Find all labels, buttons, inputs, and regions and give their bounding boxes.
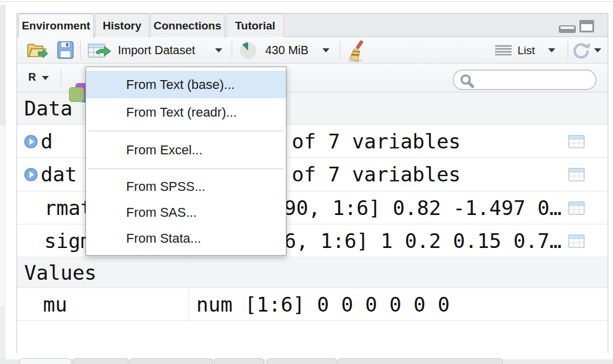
clear-objects-broom-icon[interactable] (345, 39, 368, 63)
lower-pane-tab[interactable] (214, 358, 264, 364)
memory-usage-caret-icon (322, 48, 329, 52)
rstudio-environment-pane-screenshot: Environment History Connections Tutorial (0, 0, 613, 364)
toolbar-divider (232, 41, 232, 59)
expand-icon[interactable] (24, 135, 38, 148)
toolbar-divider (340, 41, 340, 59)
open-workspace-icon[interactable] (27, 41, 49, 59)
refresh-caret-icon (594, 48, 601, 52)
menu-item-from-stata[interactable]: From Stata... (86, 226, 286, 252)
object-name: dat (41, 158, 77, 191)
menu-separator (88, 131, 284, 131)
language-selector-caret-icon (42, 76, 49, 80)
object-value: num [1:6] 0 0 0 0 0 0 (196, 288, 450, 320)
pane-tabstrip: Environment History Connections Tutorial (17, 14, 608, 37)
import-dataset-label: Import Dataset (118, 44, 195, 57)
object-value: of 7 variables (292, 125, 461, 157)
language-selector-label: R (28, 71, 36, 84)
search-input[interactable] (479, 72, 591, 88)
tab-connections-label: Connections (153, 19, 221, 32)
search-icon (460, 74, 475, 89)
lower-pane-tab[interactable] (267, 358, 337, 364)
object-name: mu (43, 288, 67, 320)
window-top-border (0, 1, 613, 2)
object-name: d (41, 125, 52, 157)
tab-environment[interactable]: Environment (18, 14, 94, 38)
import-dataset-icon (88, 42, 111, 59)
maximize-pane-icon[interactable] (579, 19, 595, 34)
import-dataset-menu: From Text (base)... From Text (readr)...… (85, 67, 286, 256)
language-selector[interactable]: R (24, 64, 61, 92)
refresh-icon (572, 42, 590, 59)
minimize-pane-icon[interactable] (558, 22, 577, 34)
column-divider (189, 288, 189, 320)
section-values-label: Values (24, 257, 97, 287)
empty-row (17, 321, 608, 353)
object-value: of 7 variables (292, 158, 461, 191)
environment-search (453, 70, 596, 90)
expand-icon[interactable] (24, 168, 38, 181)
view-data-grid-icon[interactable] (568, 168, 585, 181)
object-value: 90, 1:6] 0.82 -1.497 0… (284, 191, 562, 224)
list-view-label: List (518, 44, 535, 57)
import-dataset-caret-icon (215, 48, 222, 52)
object-row-mu[interactable]: mu num [1:6] 0 0 0 0 0 0 (17, 288, 608, 321)
object-value: 6, 1:6] 1 0.2 0.15 0.7… (284, 224, 562, 257)
memory-usage-label: 430 MiB (265, 44, 308, 57)
view-data-grid-icon[interactable] (568, 135, 585, 148)
menu-item-from-excel[interactable]: From Excel... (86, 136, 286, 164)
tab-history[interactable]: History (95, 14, 149, 37)
lower-pane-tab[interactable] (19, 358, 71, 364)
tab-tutorial-label: Tutorial (235, 19, 275, 32)
lower-pane-tab[interactable] (72, 358, 128, 364)
adjacent-pane-edge (0, 306, 5, 364)
tab-tutorial[interactable]: Tutorial (226, 14, 284, 37)
section-data-label: Data (24, 92, 72, 124)
menu-separator (88, 168, 284, 169)
view-data-grid-icon[interactable] (568, 201, 585, 215)
refresh-button[interactable] (571, 37, 606, 64)
tab-connections[interactable]: Connections (150, 14, 225, 37)
view-data-grid-icon[interactable] (568, 234, 585, 248)
list-view-caret-icon (548, 48, 555, 52)
toolbar-divider (61, 68, 61, 87)
list-view-button[interactable]: List (492, 37, 565, 64)
memory-pie-icon (239, 41, 258, 60)
lower-pane-tab[interactable] (338, 358, 503, 364)
environment-toolbar: Import Dataset 430 MiB (17, 37, 608, 64)
adjacent-pane-edge (0, 125, 5, 306)
menu-item-from-sas[interactable]: From SAS... (86, 200, 286, 226)
tab-environment-label: Environment (22, 19, 90, 32)
section-header-values: Values (17, 257, 608, 288)
adjacent-pane-edge (0, 5, 5, 125)
memory-usage-button[interactable]: 430 MiB (236, 37, 338, 64)
menu-item-from-text-readr[interactable]: From Text (readr)... (86, 98, 286, 126)
global-environment-icon[interactable] (69, 87, 84, 102)
toolbar-divider (80, 41, 81, 59)
toolbar-divider (568, 41, 568, 59)
menu-item-from-spss[interactable]: From SPSS... (86, 174, 286, 200)
list-icon (495, 45, 512, 55)
lower-pane-tab[interactable] (130, 358, 213, 364)
import-dataset-button[interactable]: Import Dataset (84, 37, 229, 64)
menu-item-from-text-base[interactable]: From Text (base)... (86, 71, 286, 98)
tab-history-label: History (103, 19, 141, 32)
save-workspace-icon[interactable] (57, 41, 74, 59)
